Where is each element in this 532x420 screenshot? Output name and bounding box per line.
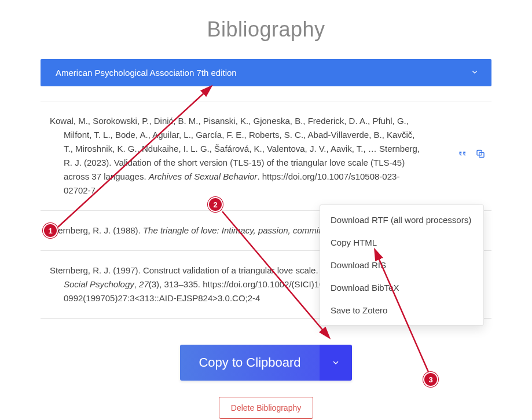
copy-icon[interactable] <box>475 149 486 163</box>
delete-bibliography-button[interactable]: Delete Bibliography <box>219 397 313 419</box>
annotation-badge-3: 3 <box>423 372 438 387</box>
bibliography-entry: Kowal, M., Sorokowski, P., Dinić, B. M.,… <box>41 101 491 210</box>
citation-style-select[interactable]: American Psychological Association 7th e… <box>41 59 491 86</box>
menu-item-save-zotero[interactable]: Save to Zotero <box>320 299 483 322</box>
menu-item-copy-html[interactable]: Copy HTML <box>320 231 483 254</box>
export-dropdown-menu: Download RTF (all word processors) Copy … <box>320 204 484 326</box>
menu-item-download-ris[interactable]: Download RIS <box>320 254 483 276</box>
copy-to-clipboard-button[interactable]: Copy to Clipboard <box>180 345 319 381</box>
citation-style-label: American Psychological Association 7th e… <box>56 68 237 78</box>
entry-sep: , <box>134 279 139 289</box>
copy-button-label: Copy to Clipboard <box>199 355 300 370</box>
delete-button-label: Delete Bibliography <box>231 403 301 412</box>
menu-item-download-rtf[interactable]: Download RTF (all word processors) <box>320 209 483 231</box>
entry-text: Sternberg, R. J. (1997). Construct valid… <box>50 265 321 275</box>
annotation-badge-1: 1 <box>43 223 58 238</box>
page-title: Bibliography <box>41 17 491 42</box>
copy-to-clipboard-split-button: Copy to Clipboard <box>180 345 351 381</box>
entry-actions <box>457 149 486 163</box>
entry-text: Sternberg, R. J. (1988). <box>50 225 143 235</box>
entry-italic: Archives of Sexual Behavior <box>149 171 258 181</box>
copy-dropdown-toggle[interactable] <box>320 345 352 381</box>
annotation-badge-2: 2 <box>208 197 223 212</box>
menu-item-download-bibtex[interactable]: Download BibTeX <box>320 276 483 299</box>
chevron-down-icon <box>471 68 479 78</box>
quote-icon[interactable] <box>457 149 467 163</box>
entry-italic2: 27 <box>139 279 149 289</box>
entry-italic: The triangle of love: Intimacy, passion,… <box>143 225 340 235</box>
